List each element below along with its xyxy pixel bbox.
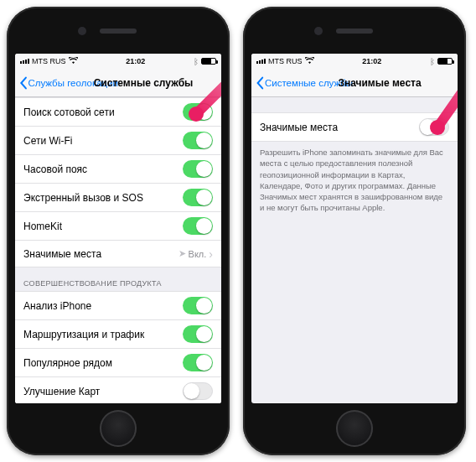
row-маршрутизация-и-трафик[interactable]: Маршрутизация и трафик <box>15 320 221 349</box>
row-label: Улучшение Карт <box>23 386 100 397</box>
nav-bar: Системные службы Значимые места <box>251 69 458 97</box>
chevron-left-icon <box>18 76 28 90</box>
screen-right: MTS RUS 21:02 ᛒ Системные службы Значимы… <box>251 54 458 403</box>
back-button[interactable]: Системные службы <box>255 76 353 90</box>
row-label: Часовой пояс <box>23 164 87 175</box>
home-button[interactable] <box>100 410 137 447</box>
phone-speaker <box>336 29 373 34</box>
clock: 21:02 <box>126 57 145 65</box>
clock: 21:02 <box>362 57 381 65</box>
row-label: HomeKit <box>23 221 62 232</box>
phone-right: MTS RUS 21:02 ᛒ Системные службы Значимы… <box>243 7 466 455</box>
screen-left: MTS RUS 21:02 ᛒ Службы геолокации Систем… <box>15 54 221 403</box>
row-сети-wi-fi[interactable]: Сети Wi-Fi <box>15 127 221 155</box>
signal-icon <box>20 59 29 64</box>
bluetooth-icon: ᛒ <box>430 57 435 66</box>
row-homekit[interactable]: HomeKit <box>15 212 221 241</box>
battery-icon <box>437 58 453 65</box>
bluetooth-icon: ᛒ <box>194 57 199 66</box>
wifi-icon <box>305 57 314 66</box>
signal-icon <box>256 59 266 64</box>
row-label: Значимые места <box>23 248 101 260</box>
battery-icon <box>201 58 216 65</box>
toggle-switch[interactable] <box>183 297 213 314</box>
row-анализ-iphone[interactable]: Анализ iPhone <box>15 291 221 320</box>
toggle-switch[interactable] <box>183 132 213 149</box>
row-label: Поиск сотовой сети <box>23 106 115 118</box>
toggle-switch[interactable] <box>183 217 213 235</box>
row-часовой-пояс[interactable]: Часовой пояс <box>15 155 221 184</box>
chevron-right-icon: › <box>209 248 213 260</box>
toggle-switch[interactable] <box>183 354 213 371</box>
status-bar: MTS RUS 21:02 ᛒ <box>251 54 458 69</box>
phone-camera <box>78 27 86 35</box>
row-detail: ➤ Вкл. › <box>178 248 213 260</box>
phone-speaker <box>100 29 137 34</box>
wifi-icon <box>69 57 78 66</box>
toggle-switch[interactable] <box>419 118 449 136</box>
footer-text: Разрешить iPhone запоминать значимые для… <box>251 142 458 219</box>
toggle-switch[interactable] <box>183 189 213 206</box>
phone-left: MTS RUS 21:02 ᛒ Службы геолокации Систем… <box>7 7 230 455</box>
row-label: Анализ iPhone <box>23 300 91 312</box>
back-label: Службы геолокации <box>28 78 118 88</box>
carrier-label: MTS RUS <box>32 57 66 65</box>
row-label: Популярное рядом <box>23 357 112 369</box>
home-button[interactable] <box>336 410 373 447</box>
section-header: СОВЕРШЕНСТВОВАНИЕ ПРОДУКТА <box>15 267 221 291</box>
settings-list: Поиск сотовой сетиСети Wi-FiЧасовой пояс… <box>15 97 221 403</box>
status-bar: MTS RUS 21:02 ᛒ <box>15 54 221 69</box>
row-поиск-сотовой-сети[interactable]: Поиск сотовой сети <box>15 97 221 127</box>
row-label: Значимые места <box>260 122 338 133</box>
toggle-switch[interactable] <box>183 325 213 343</box>
phone-camera <box>314 27 323 35</box>
back-label: Системные службы <box>265 78 353 88</box>
carrier-label: MTS RUS <box>268 57 303 65</box>
settings-list: Значимые места Разрешить iPhone запомина… <box>251 97 458 219</box>
location-arrow-icon: ➤ <box>178 248 186 259</box>
toggle-switch[interactable] <box>183 160 213 178</box>
row-significant-places[interactable]: Значимые места ➤ Вкл. › <box>15 241 221 267</box>
nav-bar: Службы геолокации Системные службы <box>15 69 221 97</box>
row-significant-places-toggle[interactable]: Значимые места <box>251 112 458 142</box>
row-label: Экстренный вызов и SOS <box>23 192 143 204</box>
row-экстренный-вызов-и-sos[interactable]: Экстренный вызов и SOS <box>15 184 221 212</box>
back-button[interactable]: Службы геолокации <box>18 76 118 90</box>
row-популярное-рядом[interactable]: Популярное рядом <box>15 349 221 377</box>
chevron-left-icon <box>255 76 265 90</box>
row-улучшение-карт[interactable]: Улучшение Карт <box>15 377 221 403</box>
row-label: Маршрутизация и трафик <box>23 329 144 340</box>
row-label: Сети Wi-Fi <box>23 135 72 147</box>
toggle-switch[interactable] <box>183 382 213 400</box>
toggle-switch[interactable] <box>183 103 213 121</box>
